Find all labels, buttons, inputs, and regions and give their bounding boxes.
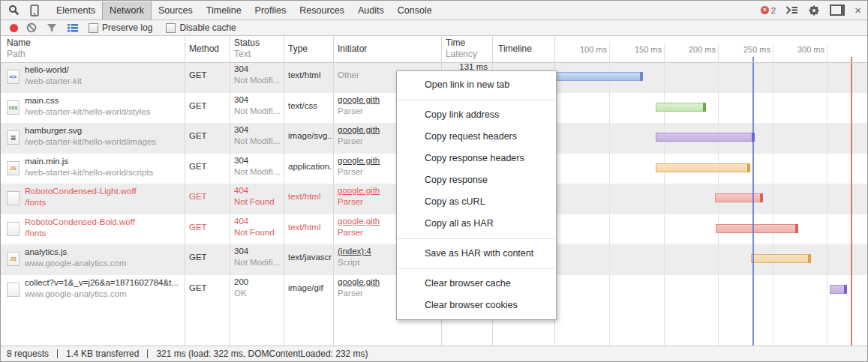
request-path: www.google-analytics.com <box>25 289 182 299</box>
timeline-bar[interactable] <box>751 254 811 263</box>
request-path: /web-starter-kit/hello-world/styles <box>25 107 182 117</box>
col-header-path: Path <box>7 49 26 59</box>
error-icon: × <box>761 6 769 14</box>
request-status-text: Not Modifi... <box>234 258 282 268</box>
file-icon-doc <box>7 222 20 236</box>
request-method: GET <box>189 131 228 141</box>
request-name[interactable]: main.css <box>25 96 182 106</box>
error-count-badge[interactable]: × 2 <box>761 6 776 15</box>
request-status-text: Not Found <box>234 228 282 238</box>
request-status-text: Not Modifi... <box>234 76 282 85</box>
request-type: application... <box>288 162 332 172</box>
context-menu-item[interactable]: Save as HAR with content <box>397 243 556 265</box>
request-method: GET <box>189 253 228 262</box>
context-menu-item[interactable]: Copy request headers <box>397 126 556 148</box>
request-status-text: Not Found <box>234 197 282 207</box>
request-name[interactable]: analytics.js <box>25 247 182 257</box>
clear-button[interactable] <box>26 22 37 33</box>
timeline-bar[interactable] <box>656 133 755 142</box>
panel-tabs: ElementsNetworkSourcesTimelineProfilesRe… <box>50 1 439 19</box>
show-drawer-icon[interactable] <box>785 5 798 15</box>
col-header-latency: Latency <box>446 49 477 59</box>
request-status: 304 <box>234 64 282 74</box>
context-menu-item[interactable]: Copy response <box>397 169 556 191</box>
dock-side-icon[interactable] <box>830 4 845 16</box>
request-name[interactable]: RobotoCondensed-Bold.woff <box>25 217 182 227</box>
timeline-bar[interactable] <box>656 103 706 112</box>
col-header-initiator[interactable]: Initiator <box>338 44 367 54</box>
timeline-bar[interactable] <box>830 285 847 294</box>
request-count: 8 requests <box>7 349 49 359</box>
device-mode-icon[interactable] <box>30 4 39 16</box>
request-name[interactable]: collect?v=1&_v=j26&a=1871602784&t... <box>25 278 182 288</box>
file-icon-js: JS <box>7 252 20 266</box>
timeline-bar[interactable] <box>656 163 750 172</box>
large-rows-icon[interactable] <box>68 23 78 32</box>
request-path: /web-starter-kit <box>25 76 182 86</box>
filter-icon[interactable] <box>47 23 57 33</box>
grid-header: Name Path Method Status Text Type Initia… <box>1 36 867 63</box>
file-icon-doc <box>7 283 20 297</box>
col-header-name[interactable]: Name <box>7 38 31 48</box>
disable-cache-checkbox[interactable] <box>166 23 176 33</box>
col-header-timeline[interactable]: Timeline <box>498 44 532 54</box>
request-status: 304 <box>234 156 282 166</box>
context-menu-item[interactable]: Clear browser cache <box>397 273 556 295</box>
tab-resources[interactable]: Resources <box>293 1 351 19</box>
tab-console[interactable]: Console <box>391 1 439 19</box>
inspect-element-icon[interactable] <box>8 4 20 16</box>
context-menu: Open link in new tabCopy link addressCop… <box>396 70 557 320</box>
timeline-bar[interactable] <box>715 193 763 202</box>
tabbar-left-icons <box>1 4 50 16</box>
request-name[interactable]: hamburger.svg <box>25 126 182 136</box>
request-status-text: Not Modifi... <box>234 136 282 146</box>
load-event-line <box>851 57 852 347</box>
context-menu-item[interactable]: Open link in new tab <box>397 74 556 96</box>
context-menu-item[interactable]: Copy response headers <box>397 148 556 169</box>
request-name[interactable]: RobotoCondensed-Light.woff <box>25 187 182 196</box>
file-icon-css: css <box>7 100 20 115</box>
tab-profiles[interactable]: Profiles <box>248 1 293 19</box>
timeline-scale-label: 250 ms <box>725 45 770 54</box>
menu-separator <box>398 100 555 100</box>
context-menu-item[interactable]: Copy all as HAR <box>397 213 556 235</box>
context-menu-item[interactable]: Clear browser cookies <box>397 295 556 316</box>
context-menu-item[interactable]: Copy as cURL <box>397 191 556 213</box>
request-type: text/javascr... <box>288 253 332 262</box>
context-menu-item[interactable]: Copy link address <box>397 104 556 126</box>
request-path: /fonts <box>25 198 182 208</box>
col-header-status[interactable]: Status <box>234 38 260 48</box>
timeline-scale-label: 100 ms <box>562 45 607 54</box>
tab-audits[interactable]: Audits <box>351 1 391 19</box>
record-button[interactable] <box>10 24 18 32</box>
request-type: image/gif <box>288 283 332 293</box>
tab-elements[interactable]: Elements <box>50 1 102 19</box>
file-icon-image: ≡ <box>7 130 20 145</box>
transferred-size: 1.4 KB transferred <box>66 349 139 359</box>
network-toolbar: Preserve log Disable cache <box>1 20 867 36</box>
request-status: 304 <box>234 125 282 135</box>
timing-summary: 321 ms (load: 322 ms, DOMContentLoaded: … <box>156 349 368 359</box>
tab-sources[interactable]: Sources <box>152 1 200 19</box>
col-header-time[interactable]: Time <box>446 38 465 48</box>
preserve-log-label: Preserve log <box>102 22 152 33</box>
close-icon[interactable]: × <box>854 5 861 16</box>
timeline-bar[interactable] <box>716 224 798 233</box>
status-separator <box>57 349 58 358</box>
col-header-method[interactable]: Method <box>189 44 219 54</box>
request-name[interactable]: hello-world/ <box>25 65 182 75</box>
request-name[interactable]: main.min.js <box>25 157 182 166</box>
dom-content-loaded-line <box>752 57 754 347</box>
tab-timeline[interactable]: Timeline <box>200 1 248 19</box>
request-path: www.google-analytics.com <box>25 259 182 268</box>
menu-separator <box>398 268 555 269</box>
col-header-type[interactable]: Type <box>288 44 308 54</box>
devtools-window: ElementsNetworkSourcesTimelineProfilesRe… <box>0 0 868 362</box>
request-status: 304 <box>234 247 282 256</box>
settings-gear-icon[interactable] <box>808 4 820 16</box>
request-type: text/html <box>288 223 332 232</box>
preserve-log-checkbox[interactable] <box>89 23 98 33</box>
tab-network[interactable]: Network <box>102 1 152 19</box>
tabbar-right-icons: × 2 × <box>761 4 867 16</box>
request-path: /web-starter-kit/hello-world/images <box>25 137 182 147</box>
